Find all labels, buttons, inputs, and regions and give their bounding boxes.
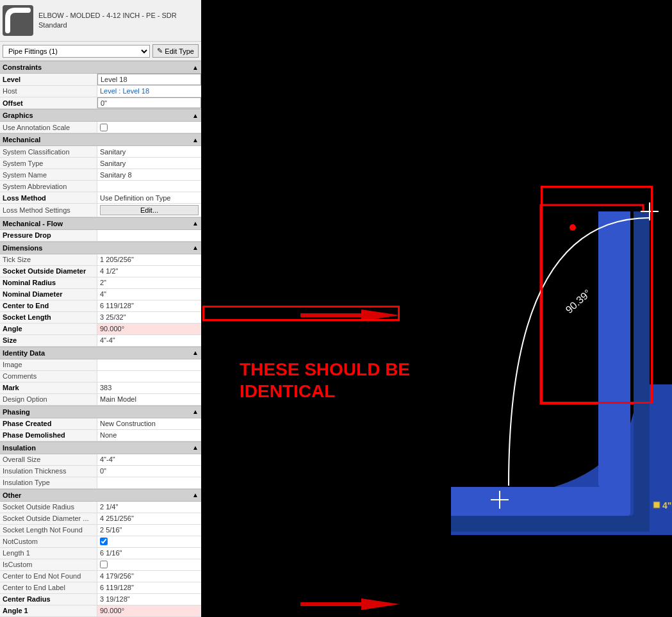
edit-type-button[interactable]: ✎ Edit Type — [152, 44, 199, 58]
section-other[interactable]: Other ▲ — [0, 489, 201, 502]
prop-loss-method-settings: Loss Method Settings Edit... — [0, 204, 201, 217]
collapse-icon: ▲ — [192, 220, 199, 227]
section-phasing[interactable]: Phasing ▲ — [0, 406, 201, 418]
prop-host: Host Level : Level 18 — [0, 86, 201, 97]
prop-overall-size: Overall Size 4"-4" — [0, 454, 201, 466]
toolbar: Pipe Fittings (1) ✎ Edit Type — [0, 42, 201, 61]
collapse-icon: ▲ — [192, 408, 199, 415]
prop-system-abbreviation: System Abbreviation — [0, 181, 201, 192]
prop-system-classification: System Classification Sanitary — [0, 146, 201, 158]
collapse-icon: ▲ — [192, 349, 199, 356]
prop-comments: Comments — [0, 371, 201, 383]
properties-panel: ELBOW - MOLDED - 4-12 INCH - PE - SDR St… — [0, 0, 201, 617]
element-icon — [3, 5, 33, 36]
prop-socket-length-not-found: Socket Length Not Found 2 5/16" — [0, 525, 201, 536]
section-constraints[interactable]: Constraints ▲ — [0, 61, 201, 74]
prop-level: Level Level 18 — [0, 74, 201, 86]
prop-system-name: System Name Sanitary 8 — [0, 169, 201, 181]
prop-insulation-thickness: Insulation Thickness 0" — [0, 466, 201, 477]
section-mechanical-flow[interactable]: Mechanical - Flow ▲ — [0, 217, 201, 230]
prop-iscustom: IsCustom — [0, 559, 201, 571]
svg-text:4": 4" — [662, 500, 671, 511]
prop-phase-demolished: Phase Demolished None — [0, 430, 201, 441]
prop-image: Image — [0, 359, 201, 371]
collapse-icon: ▲ — [192, 136, 199, 144]
prop-system-type: System Type Sanitary — [0, 158, 201, 169]
prop-size: Size 4"-4" — [0, 335, 201, 347]
element-header: ELBOW - MOLDED - 4-12 INCH - PE - SDR St… — [0, 0, 201, 42]
prop-offset: Offset 0" — [0, 97, 201, 110]
prop-center-to-end-not-found: Center to End Not Found 4 179/256" — [0, 571, 201, 582]
prop-annotation-scale: Use Annotation Scale — [0, 122, 201, 133]
svg-text:90.39°: 90.39° — [564, 288, 593, 316]
element-title: ELBOW - MOLDED - 4-12 INCH - PE - SDR St… — [38, 11, 177, 31]
section-graphics[interactable]: Graphics ▲ — [0, 109, 201, 122]
canvas-area: 90.39° 4" 4" THESE SHOULD BE IDENTICAL — [201, 0, 672, 617]
prop-nominal-radius: Nominal Radius 2" — [0, 277, 201, 289]
prop-insulation-type: Insulation Type — [0, 477, 201, 489]
prop-center-to-end: Center to End 6 119/128" — [0, 300, 201, 312]
notcustom-checkbox[interactable] — [100, 538, 108, 545]
annotation-scale-checkbox[interactable] — [100, 124, 108, 131]
prop-angle1: Angle 1 90.000° — [0, 605, 201, 617]
prop-socket-outside-diameter: Socket Outside Diameter 4 1/2" — [0, 266, 201, 277]
annotation-text: THESE SHOULD BE IDENTICAL — [240, 359, 410, 402]
prop-pressure-drop: Pressure Drop — [0, 230, 201, 242]
prop-nominal-diameter: Nominal Diameter 4" — [0, 289, 201, 300]
section-identity-data[interactable]: Identity Data ▲ — [0, 347, 201, 359]
prop-center-radius: Center Radius 3 19/128" — [0, 594, 201, 605]
prop-phase-created: Phase Created New Construction — [0, 418, 201, 430]
prop-length1: Length 1 6 1/16" — [0, 548, 201, 559]
prop-notcustom: NotCustom — [0, 536, 201, 548]
edit-button[interactable]: Edit... — [100, 205, 199, 215]
svg-rect-11 — [653, 502, 660, 508]
iscustom-checkbox[interactable] — [100, 561, 108, 568]
prop-center-to-end-label: Center to End Label 6 119/128" — [0, 582, 201, 594]
prop-tick-size: Tick Size 1 205/256" — [0, 254, 201, 266]
collapse-icon: ▲ — [192, 444, 199, 451]
prop-socket-length: Socket Length 3 25/32" — [0, 312, 201, 324]
collapse-icon: ▲ — [192, 112, 199, 119]
section-insulation[interactable]: Insulation ▲ — [0, 441, 201, 454]
prop-socket-outside-diameter2: Socket Outside Diameter ... 4 251/256" — [0, 513, 201, 525]
prop-socket-outside-radius: Socket Outside Radius 2 1/4" — [0, 502, 201, 513]
prop-design-option: Design Option Main Model — [0, 394, 201, 406]
collapse-icon: ▲ — [192, 64, 199, 71]
svg-point-3 — [570, 224, 576, 231]
section-mechanical[interactable]: Mechanical ▲ — [0, 133, 201, 146]
category-dropdown[interactable]: Pipe Fittings (1) — [3, 45, 150, 58]
edit-type-icon: ✎ — [157, 47, 163, 55]
prop-loss-method: Loss Method Use Definition on Type — [0, 192, 201, 204]
collapse-icon: ▲ — [192, 244, 199, 251]
section-dimensions[interactable]: Dimensions ▲ — [0, 242, 201, 254]
collapse-icon: ▲ — [192, 491, 199, 498]
prop-mark: Mark 383 — [0, 383, 201, 394]
prop-angle: Angle 90.000° — [0, 324, 201, 335]
